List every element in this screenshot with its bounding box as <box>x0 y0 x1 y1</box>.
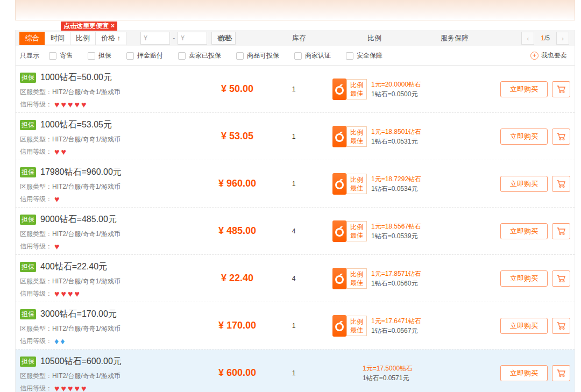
listing-title[interactable]: 400钻石=22.40元 <box>40 261 107 273</box>
listing-info: 担保1000钻石=53.05元 区服类型：HIT2/台服/奇奇1/游戏币 信用等… <box>16 113 205 160</box>
add-to-cart-button[interactable] <box>552 365 570 381</box>
sort-tab-ratio[interactable]: 比例 <box>70 32 96 45</box>
server-type-label: 区服类型： <box>20 277 52 285</box>
listing-actions: 立即购买 <box>479 160 575 207</box>
sort-tab-time[interactable]: 时间 <box>45 32 70 45</box>
listing-title[interactable]: 1000钻石=50.00元 <box>40 72 112 83</box>
checkbox[interactable] <box>294 52 302 60</box>
cart-icon <box>556 274 566 283</box>
filter-guarantee[interactable]: 担保 <box>88 51 111 60</box>
rate-primary: 1元=18.5567钻石 <box>371 222 421 231</box>
listing-stock: 1 <box>270 66 318 112</box>
filter-option-label: 安全保障 <box>357 51 382 60</box>
listing-title[interactable]: 17980钻石=960.00元 <box>40 167 122 178</box>
add-to-cart-button[interactable] <box>552 176 570 192</box>
i-want-to-sell-link[interactable]: + 我也要卖 <box>530 51 567 60</box>
listing-row[interactable]: 担保3000钻石=170.00元 区服类型：HIT2/台服/奇奇1/游戏币 信用… <box>16 302 575 350</box>
listing-actions: 立即购买 <box>479 255 575 302</box>
sort-tab-price[interactable]: 价格 ↑ <box>95 32 126 45</box>
listing-row[interactable]: 担保10500钻石=600.00元 区服类型：HIT2/台服/奇奇1/游戏币 信… <box>16 350 575 392</box>
credit-heart-icons: ♥♥ <box>54 148 68 156</box>
filter-consignment[interactable]: 寄售 <box>49 51 73 60</box>
credit-label: 信用等级： <box>20 195 52 204</box>
cart-icon <box>556 85 566 94</box>
listing-title[interactable]: 3000钻石=170.00元 <box>40 309 117 320</box>
listing-row[interactable]: 担保17980钻石=960.00元 区服类型：HIT2/台服/奇奇1/游戏币 信… <box>16 160 575 208</box>
checkbox[interactable] <box>126 52 134 60</box>
listing-ratio: 1元=17.5000钻石 1钻石=0.0571元 <box>318 350 479 392</box>
listing-info: 担保10500钻石=600.00元 区服类型：HIT2/台服/奇奇1/游戏币 信… <box>16 350 205 392</box>
add-to-cart-button[interactable] <box>552 223 570 239</box>
filter-option-label: 商品可投保 <box>247 51 279 60</box>
credit-label: 信用等级： <box>20 242 52 251</box>
add-to-cart-button[interactable] <box>552 270 570 287</box>
listing-title[interactable]: 1000钻石=53.05元 <box>40 119 112 131</box>
filter-seller-insured[interactable]: 卖家已投保 <box>178 51 221 60</box>
server-type-value: HIT2/台服/奇奇1/游戏币 <box>52 230 121 238</box>
checkbox[interactable] <box>88 52 95 60</box>
filter-item-insurable[interactable]: 商品可投保 <box>236 51 279 60</box>
buy-now-button[interactable]: 立即购买 <box>500 365 548 381</box>
buy-now-button[interactable]: 立即购买 <box>500 270 548 287</box>
price-min-input[interactable] <box>140 32 170 45</box>
best-ratio-badge: 比例最佳 <box>332 315 367 337</box>
add-to-cart-button[interactable] <box>552 129 570 145</box>
guarantee-badge: 担保 <box>20 262 36 272</box>
listing-row[interactable]: 担保9000钻石=485.00元 区服类型：HIT2/台服/奇奇1/游戏币 信用… <box>16 208 575 255</box>
buy-now-button[interactable]: 立即购买 <box>500 318 548 334</box>
rate-lines: 1元=17.8571钻石 1钻石=0.0560元 <box>371 269 421 288</box>
server-type-value: HIT2/台服/奇奇1/游戏币 <box>52 277 121 285</box>
ratio-best-icon <box>332 79 346 100</box>
guarantee-badge: 担保 <box>20 120 36 130</box>
column-header-stock: 库存 <box>292 30 306 46</box>
best-ratio-badge: 比例最佳 <box>332 268 367 289</box>
listing-row[interactable]: 担保1000钻石=53.05元 区服类型：HIT2/台服/奇奇1/游戏币 信用等… <box>16 113 575 160</box>
price-max-input[interactable] <box>178 32 207 45</box>
listing-stock: 4 <box>270 255 318 302</box>
filter-merchant-verified[interactable]: 商家认证 <box>294 51 331 60</box>
filter-safety[interactable]: 安全保障 <box>346 51 382 60</box>
listing-title[interactable]: 10500钻石=600.00元 <box>40 356 122 367</box>
filter-deposit[interactable]: 押金赔付 <box>126 51 163 60</box>
cart-icon <box>556 132 566 141</box>
listing-price: ¥ 600.00 <box>205 350 270 392</box>
buy-now-button[interactable]: 立即购买 <box>500 223 548 239</box>
checkbox[interactable] <box>178 52 186 60</box>
next-page-icon[interactable]: › <box>556 32 569 45</box>
credit-label: 信用等级： <box>20 289 52 298</box>
prev-page-icon[interactable]: ‹ <box>521 32 534 45</box>
listing-ratio: 比例最佳 1元=20.0000钻石 1钻石=0.0500元 <box>318 66 479 112</box>
listing-info: 担保3000钻石=170.00元 区服类型：HIT2/台服/奇奇1/游戏币 信用… <box>16 302 205 349</box>
listing-ratio: 比例最佳 1元=17.8571钻石 1钻石=0.0560元 <box>318 255 479 302</box>
column-header-price: 价格 <box>218 30 232 46</box>
add-to-cart-button[interactable] <box>552 318 570 334</box>
sort-toolbar: 点击这里更便宜× 综合 时间 比例 价格 ↑ - 确定 价格 库存 比例 服务保… <box>16 30 575 46</box>
sort-tab-comprehensive[interactable]: 综合 <box>19 32 45 45</box>
guarantee-badge: 担保 <box>20 215 36 225</box>
listing-row[interactable]: 担保400钻石=22.40元 区服类型：HIT2/台服/奇奇1/游戏币 信用等级… <box>16 255 575 302</box>
credit-label: 信用等级： <box>20 147 52 156</box>
promo-banner <box>15 0 575 20</box>
filter-bar: 只显示 寄售 担保 押金赔付 卖家已投保 商品可投保 商家认证 安全保障 + 我… <box>16 46 575 66</box>
rate-secondary: 1钻石=0.0567元 <box>371 326 421 336</box>
cart-icon <box>556 180 566 188</box>
close-icon[interactable]: × <box>111 22 115 30</box>
checkbox[interactable] <box>346 52 353 60</box>
best-ratio-badge: 比例最佳 <box>332 79 367 100</box>
listing-row[interactable]: 担保1000钻石=50.00元 区服类型：HIT2/台服/奇奇1/游戏币 信用等… <box>16 66 575 113</box>
buy-now-button[interactable]: 立即购买 <box>500 129 548 145</box>
add-to-cart-button[interactable] <box>552 81 570 97</box>
checkbox[interactable] <box>49 52 56 60</box>
listing-stock: 1 <box>270 302 318 349</box>
column-header-service: 服务保障 <box>441 30 469 46</box>
current-page: 1 <box>541 34 544 42</box>
credit-heart-icons: ♥♥♥♥♥ <box>54 101 88 109</box>
listing-info: 担保1000钻石=50.00元 区服类型：HIT2/台服/奇奇1/游戏币 信用等… <box>16 66 205 112</box>
buy-now-button[interactable]: 立即购买 <box>500 81 548 97</box>
credit-heart-icons: ♥♥♥♥♥ <box>54 385 88 392</box>
buy-now-button[interactable]: 立即购买 <box>500 176 548 192</box>
listing-stock: 1 <box>270 350 318 392</box>
checkbox[interactable] <box>236 52 244 60</box>
tooltip-text: 点击这里更便宜 <box>63 22 109 30</box>
listing-title[interactable]: 9000钻石=485.00元 <box>40 214 117 225</box>
